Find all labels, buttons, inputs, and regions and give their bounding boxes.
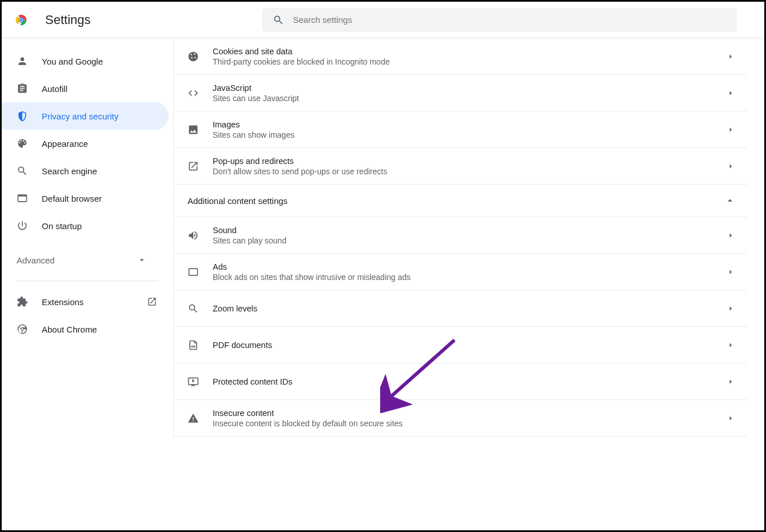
sidebar-item-label: You and Google xyxy=(42,57,103,66)
palette-icon xyxy=(17,138,28,149)
row-subtitle: Insecure content is blocked by default o… xyxy=(213,419,712,428)
row-subtitle: Sites can use Javascript xyxy=(213,94,712,103)
row-insecure-content[interactable]: Insecure content Insecure content is blo… xyxy=(174,400,747,437)
row-title: Sound xyxy=(213,226,712,235)
sidebar: You and Google Autofill Privacy and secu… xyxy=(2,38,173,530)
search-settings-field[interactable] xyxy=(262,8,737,32)
sidebar-item-label: Autofill xyxy=(42,84,67,94)
power-icon xyxy=(17,220,28,231)
shield-icon xyxy=(17,110,28,122)
sidebar-item-label: Appearance xyxy=(42,139,88,149)
search-input[interactable] xyxy=(293,15,727,25)
row-title: PDF documents xyxy=(213,341,712,350)
popup-icon xyxy=(187,161,199,172)
sidebar-item-autofill[interactable]: Autofill xyxy=(2,75,169,102)
browser-icon xyxy=(17,193,28,204)
sidebar-item-appearance[interactable]: Appearance xyxy=(2,130,169,157)
open-in-new-icon xyxy=(147,297,157,307)
sidebar-item-label: Extensions xyxy=(42,297,83,307)
row-title: Zoom levels xyxy=(213,304,712,313)
sidebar-advanced-toggle[interactable]: Advanced xyxy=(2,246,162,274)
code-icon xyxy=(187,87,199,99)
pdf-icon xyxy=(187,339,199,351)
row-ads[interactable]: Ads Block ads on sites that show intrusi… xyxy=(174,254,747,290)
search-icon xyxy=(17,165,28,177)
sidebar-item-default-browser[interactable]: Default browser xyxy=(2,185,169,212)
chevron-right-icon xyxy=(725,303,736,314)
extension-icon xyxy=(17,296,28,307)
row-popups[interactable]: Pop-ups and redirects Don't allow sites … xyxy=(174,148,747,185)
chevron-right-icon xyxy=(725,377,736,387)
row-subtitle: Third-party cookies are blocked in Incog… xyxy=(213,57,712,66)
chevron-right-icon xyxy=(725,51,736,62)
chevron-up-icon xyxy=(724,195,736,206)
advanced-label: Advanced xyxy=(17,255,55,265)
row-title: Pop-ups and redirects xyxy=(213,157,712,166)
sound-icon xyxy=(187,230,199,241)
section-title: Additional content settings xyxy=(187,196,288,206)
sidebar-divider xyxy=(17,281,158,281)
ads-icon xyxy=(187,266,199,278)
row-sound[interactable]: Sound Sites can play sound xyxy=(174,217,747,254)
app-header: Settings xyxy=(2,2,764,38)
chevron-right-icon xyxy=(725,230,736,241)
row-javascript[interactable]: JavaScript Sites can use Javascript xyxy=(174,75,747,111)
section-additional-content[interactable]: Additional content settings xyxy=(174,185,747,217)
sidebar-item-on-startup[interactable]: On startup xyxy=(2,212,169,239)
chrome-outline-icon xyxy=(17,323,28,335)
chevron-right-icon xyxy=(725,267,736,277)
chevron-right-icon xyxy=(725,340,736,350)
zoom-icon xyxy=(187,303,199,314)
sidebar-item-label: Search engine xyxy=(42,166,97,176)
row-subtitle: Block ads on sites that show intrusive o… xyxy=(213,273,712,282)
chevron-right-icon xyxy=(725,88,736,98)
chrome-logo-icon xyxy=(13,12,29,28)
clipboard-icon xyxy=(17,83,28,94)
sidebar-item-label: About Chrome xyxy=(42,325,97,334)
main-content: Cookies and site data Third-party cookie… xyxy=(173,38,764,530)
row-zoom-levels[interactable]: Zoom levels xyxy=(174,290,747,327)
chevron-right-icon xyxy=(725,161,736,171)
sidebar-item-you-and-google[interactable]: You and Google xyxy=(2,47,169,75)
row-images[interactable]: Images Sites can show images xyxy=(174,111,747,148)
row-pdf-documents[interactable]: PDF documents xyxy=(174,327,747,363)
row-title: Images xyxy=(213,120,712,129)
row-protected-content[interactable]: Protected content IDs xyxy=(174,363,747,400)
person-icon xyxy=(17,55,28,67)
sidebar-item-privacy-security[interactable]: Privacy and security xyxy=(2,102,169,130)
cookie-icon xyxy=(187,51,199,62)
row-title: Protected content IDs xyxy=(213,377,712,386)
chevron-right-icon xyxy=(725,413,736,423)
page-title: Settings xyxy=(45,13,91,27)
sidebar-item-about-chrome[interactable]: About Chrome xyxy=(2,315,169,343)
row-title: JavaScript xyxy=(213,83,712,93)
chevron-right-icon xyxy=(725,125,736,135)
search-icon xyxy=(273,14,284,26)
sidebar-item-search-engine[interactable]: Search engine xyxy=(2,157,169,185)
row-title: Cookies and site data xyxy=(213,47,712,56)
protected-content-icon xyxy=(187,376,199,387)
row-subtitle: Don't allow sites to send pop-ups or use… xyxy=(213,167,712,176)
row-subtitle: Sites can play sound xyxy=(213,236,712,245)
row-title: Insecure content xyxy=(213,409,712,418)
image-icon xyxy=(187,124,199,135)
chevron-down-icon xyxy=(137,255,147,265)
row-subtitle: Sites can show images xyxy=(213,130,712,139)
sidebar-item-label: On startup xyxy=(42,221,82,231)
sidebar-item-extensions[interactable]: Extensions xyxy=(2,288,169,315)
warning-icon xyxy=(187,413,199,424)
row-title: Ads xyxy=(213,262,712,271)
sidebar-item-label: Default browser xyxy=(42,194,102,203)
sidebar-item-label: Privacy and security xyxy=(42,111,118,121)
row-cookies[interactable]: Cookies and site data Third-party cookie… xyxy=(174,38,747,75)
svg-point-3 xyxy=(20,18,23,21)
